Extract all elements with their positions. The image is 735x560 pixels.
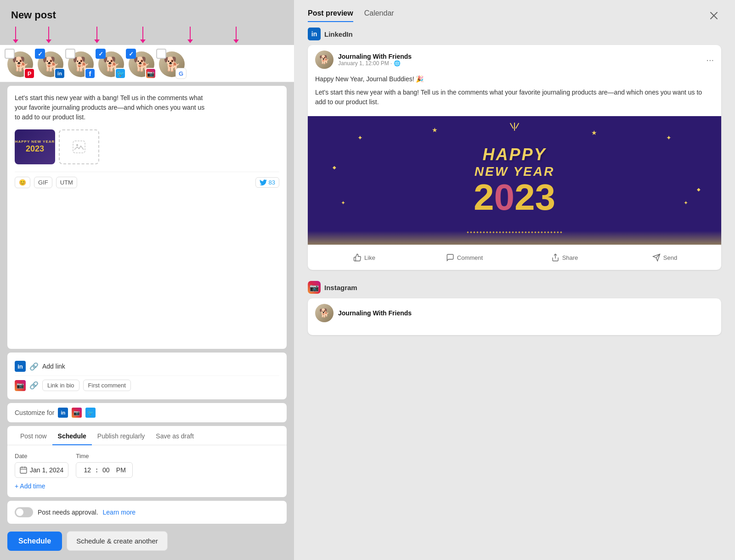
time-ampm: PM	[114, 466, 128, 474]
post-card-body: Happy New Year, Journal Buddies! 🎉 Let's…	[308, 74, 721, 116]
gif-button[interactable]: GIF	[34, 177, 52, 188]
time-label: Time	[76, 453, 133, 459]
right-panel: Post preview Calendar in LinkedIn 🐕 Jour…	[294, 0, 735, 560]
time-hour[interactable]	[81, 466, 94, 474]
customize-row: Customize for in 📷 🐦	[15, 408, 279, 418]
customize-label: Customize for	[15, 409, 54, 416]
learn-more-link[interactable]: Learn more	[103, 509, 136, 516]
linkedin-add-link[interactable]: Add link	[42, 363, 65, 370]
instagram-options-row: 📷 🔗 Link in bio First comment	[15, 376, 279, 395]
close-button[interactable]	[707, 8, 721, 23]
arrow-3	[94, 27, 100, 43]
schedule-section: Post now Schedule Publish regularly Save…	[7, 426, 287, 497]
instagram-author-avatar: 🐕	[315, 304, 334, 322]
checkbox-google[interactable]	[156, 49, 166, 59]
account-linkedin[interactable]: in	[38, 51, 63, 77]
badge-instagram: 📷	[145, 68, 156, 79]
customize-twitter-icon[interactable]: 🐦	[85, 408, 96, 418]
like-button[interactable]: Like	[315, 250, 413, 265]
post-card-header: 🐕 Journaling With Friends January 1, 12:…	[308, 45, 721, 74]
approval-toggle[interactable]	[15, 507, 33, 517]
checkbox-instagram[interactable]	[126, 49, 136, 59]
tab-calendar[interactable]: Calendar	[364, 9, 394, 22]
account-facebook[interactable]: f	[68, 51, 94, 77]
schedule-button[interactable]: Schedule	[7, 532, 62, 551]
checkbox-pinterest[interactable]	[5, 49, 15, 59]
customize-linkedin-icon[interactable]: in	[58, 408, 68, 418]
badge-pinterest: P	[24, 68, 35, 79]
account-twitter[interactable]: 🐦	[98, 51, 124, 77]
media-add-button[interactable]	[59, 129, 99, 164]
add-time-button[interactable]: + Add time	[15, 482, 45, 490]
schedule-create-another-button[interactable]: Schedule & create another	[67, 531, 168, 551]
date-input[interactable]: Jan 1, 2024	[15, 462, 68, 478]
customize-instagram-icon[interactable]: 📷	[72, 408, 82, 418]
date-field-group: Date Jan 1, 2024	[15, 453, 68, 478]
left-panel: New post	[0, 0, 294, 560]
checkbox-linkedin[interactable]	[35, 49, 45, 59]
author-info: Journaling With Friends January 1, 12:00…	[338, 53, 412, 67]
media-thumb-1[interactable]: HAPPY NEW YEAR 2023	[15, 129, 55, 164]
utm-button[interactable]: UTM	[56, 177, 77, 188]
author-avatar: 🐕	[315, 50, 334, 69]
post-menu-button[interactable]: ···	[706, 55, 714, 65]
account-pinterest[interactable]: P	[7, 51, 33, 77]
bottom-actions: Schedule Schedule & create another	[0, 524, 294, 560]
time-minute[interactable]	[100, 466, 113, 474]
badge-facebook: f	[85, 68, 96, 79]
tab-save-draft[interactable]: Save as draft	[150, 426, 199, 445]
ny-happy-text: HAPPY	[474, 145, 555, 164]
post-author: 🐕 Journaling With Friends January 1, 12:…	[315, 50, 412, 69]
share-button[interactable]: Share	[515, 250, 614, 265]
date-label: Date	[15, 453, 68, 459]
send-button[interactable]: Send	[616, 250, 714, 265]
instagram-platform-icon: 📷	[308, 281, 321, 294]
approval-text: Post needs approval.	[38, 509, 98, 516]
emoji-button[interactable]: 😊	[15, 177, 30, 188]
account-instagram[interactable]: 📷	[129, 51, 154, 77]
customize-section: Customize for in 📷 🐦	[7, 403, 287, 422]
arrow-4	[140, 27, 146, 43]
tab-schedule[interactable]: Schedule	[52, 426, 92, 445]
svg-rect-0	[73, 141, 85, 153]
date-time-row: Date Jan 1, 2024 Time : PM	[15, 453, 279, 478]
instagram-author-info: Journaling With Friends	[338, 309, 412, 317]
checkbox-twitter[interactable]	[96, 49, 106, 59]
time-input[interactable]: : PM	[76, 462, 133, 478]
linkedin-post-card: 🐕 Journaling With Friends January 1, 12:…	[308, 45, 721, 270]
right-header: Post preview Calendar	[308, 0, 721, 28]
options-section: in 🔗 Add link 📷 🔗 Link in bio First comm…	[7, 353, 287, 399]
date-value: Jan 1, 2024	[30, 466, 63, 474]
linkedin-icon-sm: in	[15, 361, 26, 372]
link-in-bio-button[interactable]: Link in bio	[42, 380, 79, 391]
linkedin-platform-icon: in	[308, 28, 321, 40]
instagram-platform-label: 📷 Instagram	[308, 281, 721, 294]
instagram-card-header: 🐕 Journaling With Friends	[308, 298, 721, 328]
first-comment-button[interactable]: First comment	[83, 380, 131, 391]
post-toolbar: 😊 GIF UTM 83	[15, 172, 279, 188]
checkbox-facebook[interactable]	[65, 49, 75, 59]
tab-post-now[interactable]: Post now	[15, 426, 52, 445]
linkedin-platform-label: in LinkedIn	[308, 28, 721, 40]
linkedin-link-row: in 🔗 Add link	[15, 357, 279, 376]
linkedin-section: in LinkedIn 🐕 Journaling With Friends Ja…	[308, 28, 721, 270]
left-header: New post	[0, 0, 294, 27]
comment-button[interactable]: Comment	[415, 250, 514, 265]
account-google[interactable]: G	[159, 51, 185, 77]
arrow-2	[46, 27, 51, 43]
post-content-area: Let's start this new year with a bang! T…	[7, 86, 287, 349]
page-title: New post	[11, 9, 283, 21]
badge-google: G	[175, 68, 187, 79]
svg-rect-2	[20, 467, 27, 473]
approval-section: Post needs approval. Learn more	[7, 501, 287, 524]
instagram-icon-sm: 📷	[15, 380, 26, 391]
instagram-post-author: 🐕 Journaling With Friends	[315, 304, 412, 322]
tab-publish-regularly[interactable]: Publish regularly	[92, 426, 151, 445]
media-row: HAPPY NEW YEAR 2023	[15, 129, 279, 164]
time-field-group: Time : PM	[76, 453, 133, 478]
tab-post-preview[interactable]: Post preview	[308, 9, 353, 22]
twitter-count: 83	[255, 177, 279, 188]
instagram-section: 📷 Instagram 🐕 Journaling With Friends	[308, 281, 721, 335]
badge-twitter: 🐦	[115, 68, 126, 79]
badge-linkedin: in	[54, 68, 65, 79]
